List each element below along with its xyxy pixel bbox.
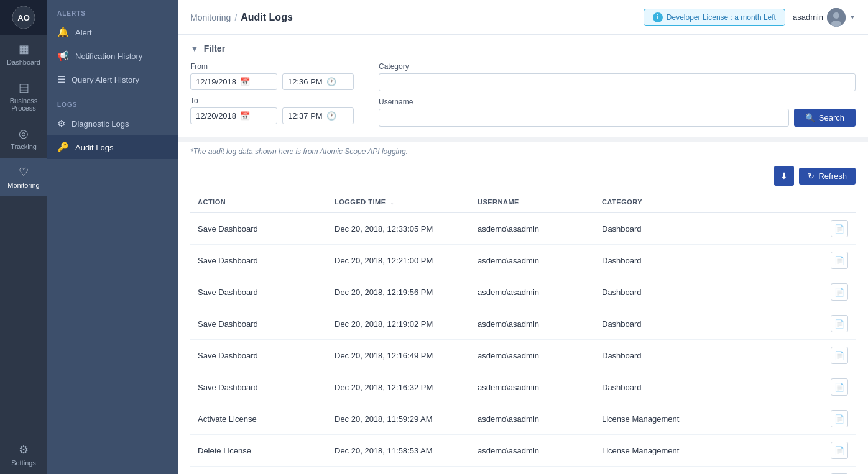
from-date-input[interactable]: 12/19/2018 📅: [190, 73, 277, 90]
content-area: ▼ Filter From 12/19/2018 📅 12:36 PM: [178, 35, 868, 474]
download-button[interactable]: ⬇: [774, 166, 794, 186]
refresh-button[interactable]: ↻ Refresh: [799, 168, 856, 185]
col-header-action: ACTION: [190, 192, 327, 212]
query-alert-icon: ☰: [57, 74, 65, 85]
sidebar-item-tracking[interactable]: ◎ Tracking: [0, 119, 47, 158]
cell-username: asdemo\asadmin: [470, 435, 594, 467]
document-icon: 📄: [834, 383, 844, 392]
category-input[interactable]: [379, 73, 856, 91]
filter-panel: ▼ Filter From 12/19/2018 📅 12:36 PM: [178, 35, 868, 137]
user-area[interactable]: asadmin ▼: [793, 8, 856, 27]
sidebar: ALERTS 🔔 Alert 📢 Notification History ☰ …: [47, 0, 178, 474]
sidebar-item-dashboard[interactable]: ▦ Dashboard: [0, 35, 47, 73]
search-button[interactable]: 🔍 Search: [794, 109, 856, 127]
col-header-logged-time[interactable]: LOGGED TIME ↓: [327, 192, 470, 212]
to-time-input[interactable]: 12:37 PM 🕐: [282, 107, 354, 124]
sidebar-item-business-process[interactable]: ▤ Business Process: [0, 73, 47, 119]
category-field: Category: [379, 62, 856, 91]
diagnostic-logs-icon: ⚙: [57, 118, 65, 129]
username-row: 🔍 Search: [379, 109, 856, 127]
table-row: Save Dashboard Dec 20, 2018, 12:16:32 PM…: [190, 371, 856, 403]
from-time-input[interactable]: 12:36 PM 🕐: [282, 73, 354, 90]
cell-detail: 📄: [823, 435, 856, 467]
data-toolbar: ⬇ ↻ Refresh: [190, 157, 856, 192]
cell-username: asdemo\asadmin: [470, 276, 594, 308]
alert-label: Alert: [75, 28, 92, 37]
document-icon: 📄: [834, 224, 844, 234]
to-date-time-row: 12/20/2018 📅 12:37 PM 🕐: [190, 107, 354, 124]
svg-point-4: [831, 21, 841, 27]
row-detail-button[interactable]: 📄: [831, 252, 848, 269]
to-label: To: [190, 96, 354, 105]
sidebar-item-notification-history[interactable]: 📢 Notification History: [47, 44, 178, 68]
sidebar-item-settings[interactable]: ⚙ Settings: [0, 435, 47, 474]
row-detail-button[interactable]: 📄: [831, 442, 848, 459]
cell-category: Dashboard: [594, 371, 823, 403]
filter-icon: ▼: [190, 43, 199, 53]
cell-detail: 📄: [823, 276, 856, 308]
table-row: Save Dashboard Dec 20, 2018, 12:19:56 PM…: [190, 276, 856, 308]
filter-title: Filter: [204, 43, 225, 53]
sidebar-item-monitoring[interactable]: ♡ Monitoring: [0, 158, 47, 196]
row-detail-button[interactable]: 📄: [831, 315, 848, 332]
row-detail-button[interactable]: 📄: [831, 378, 848, 396]
document-icon: 📄: [834, 414, 844, 424]
cell-username: asdemo\asadmin: [470, 212, 594, 245]
filter-left: From 12/19/2018 📅 12:36 PM 🕐: [190, 62, 354, 124]
cell-username: asdemo\asadmin: [470, 371, 594, 403]
audit-logs-icon: 🔑: [57, 142, 69, 153]
notification-history-icon: 📢: [57, 50, 69, 62]
username-label: asadmin: [793, 12, 823, 22]
clock-icon-to: 🕐: [326, 111, 336, 121]
table-row: Save Dashboard Dec 20, 2018, 12:33:05 PM…: [190, 212, 856, 245]
username-input[interactable]: [379, 109, 789, 127]
sidebar-item-diagnostic-logs[interactable]: ⚙ Diagnostic Logs: [47, 112, 178, 135]
cell-logged-time: Dec 20, 2018, 11:58:53 AM: [327, 435, 470, 467]
svg-text:AO: AO: [17, 13, 30, 22]
document-icon: 📄: [834, 351, 844, 360]
cell-action: Save Dashboard: [190, 371, 327, 403]
nav-label-settings: Settings: [11, 459, 36, 467]
cell-logged-time: Dec 20, 2018, 12:16:49 PM: [327, 340, 470, 371]
from-date-time-row: 12/19/2018 📅 12:36 PM 🕐: [190, 73, 354, 90]
clock-icon: 🕐: [326, 77, 336, 86]
sidebar-item-alert[interactable]: 🔔 Alert: [47, 21, 178, 44]
diagnostic-logs-label: Diagnostic Logs: [72, 119, 129, 129]
cell-logged-time: Dec 20, 2018, 12:33:05 PM: [327, 212, 470, 245]
sidebar-item-query-alert-history[interactable]: ☰ Query Alert History: [47, 68, 178, 91]
cell-action: Save Dashboard: [190, 276, 327, 308]
dashboard-icon: ▦: [19, 42, 29, 56]
cell-action: Save Dashboard: [190, 467, 327, 475]
topbar-right: i Developer License : a month Left asadm…: [644, 8, 856, 27]
cell-action: Save Dashboard: [190, 340, 327, 371]
logs-section-label: LOGS: [47, 91, 178, 112]
row-detail-button[interactable]: 📄: [831, 410, 848, 427]
cell-logged-time: Dec 20, 2018, 12:19:02 PM: [327, 308, 470, 340]
nav-label-dashboard: Dashboard: [7, 58, 40, 66]
search-icon: 🔍: [805, 113, 815, 122]
sidebar-item-audit-logs[interactable]: 🔑 Audit Logs: [47, 135, 178, 159]
to-date-value: 12/20/2018: [196, 111, 236, 121]
row-detail-button[interactable]: 📄: [831, 220, 848, 237]
cell-detail: 📄: [823, 212, 856, 245]
to-date-input[interactable]: 12/20/2018 📅: [190, 107, 277, 124]
refresh-button-label: Refresh: [818, 171, 847, 181]
breadcrumb-separator: /: [234, 12, 237, 22]
data-area: *The audit log data shown here is from A…: [178, 142, 868, 474]
from-date-value: 12/19/2018: [196, 77, 236, 86]
cell-action: Save Dashboard: [190, 245, 327, 276]
row-detail-button[interactable]: 📄: [831, 347, 848, 364]
nav-label-monitoring: Monitoring: [7, 181, 39, 189]
monitoring-icon: ♡: [19, 165, 29, 179]
table-row: Save Dashboard Dec 20, 2018, 12:16:49 PM…: [190, 340, 856, 371]
cell-logged-time: Dec 20, 2018, 12:21:00 PM: [327, 245, 470, 276]
col-action-label: ACTION: [198, 198, 226, 206]
left-navigation: AO ▦ Dashboard ▤ Business Process ◎ Trac…: [0, 0, 47, 474]
tracking-icon: ◎: [19, 127, 29, 140]
col-logged-time-label: LOGGED TIME: [335, 198, 386, 206]
avatar: [827, 8, 846, 27]
document-icon: 📄: [834, 319, 844, 329]
row-detail-button[interactable]: 📄: [831, 283, 848, 301]
username-field: Username 🔍 Search: [379, 98, 856, 127]
cell-username: asdemo\asadmin: [470, 467, 594, 475]
